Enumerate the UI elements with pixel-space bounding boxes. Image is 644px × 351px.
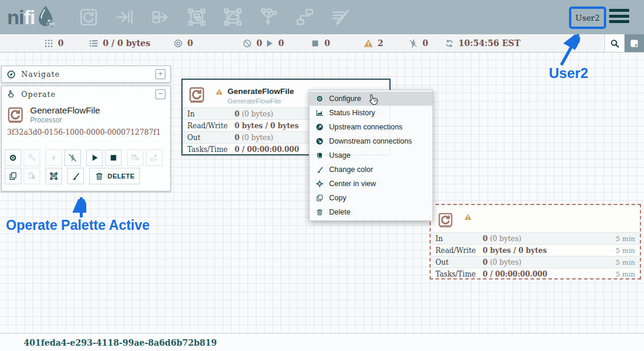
- menu-item-change-color[interactable]: Change color: [310, 162, 432, 177]
- logo-text-ni: ni: [7, 5, 24, 30]
- current-user-button[interactable]: User2: [569, 6, 606, 29]
- label-icon: [330, 6, 352, 28]
- menu-item-downstream-connections[interactable]: Downstream connections: [310, 134, 432, 148]
- label-component-button[interactable]: [330, 6, 352, 28]
- transmitting-icon: [173, 38, 183, 48]
- palette-brush-button[interactable]: [67, 168, 84, 184]
- process-group-icon: [186, 6, 207, 28]
- menu-item-label: Configure: [329, 95, 361, 103]
- status-item-stopped: 0: [310, 34, 330, 52]
- palette-group-button[interactable]: [45, 168, 62, 184]
- global-menu-icon[interactable]: [609, 9, 629, 23]
- processor-icon: [78, 6, 99, 28]
- delete-button-label: DELETE: [108, 173, 135, 180]
- book-icon: [316, 151, 324, 160]
- status-item-not-transmitting: 0: [242, 34, 262, 52]
- menu-item-label: Delete: [329, 208, 350, 216]
- stat-value: 0 (0 bytes): [483, 258, 604, 266]
- brush-icon: [71, 171, 80, 181]
- navigate-expand-button[interactable]: +: [155, 69, 165, 79]
- palette-key-button: [24, 150, 40, 166]
- menu-item-label: Usage: [329, 151, 350, 160]
- processor-type: GenerateFlowFile: [227, 98, 281, 105]
- operate-panel-title: Operate: [21, 90, 56, 99]
- nifi-application: nifi User2 00 / 0 bytes00002010:54:56 ES…: [0, 0, 644, 351]
- palette-copy-button[interactable]: [5, 168, 21, 184]
- status-value: 0: [278, 38, 284, 48]
- status-value: 0 / 0 bytes: [103, 38, 150, 48]
- menu-item-label: Copy: [329, 194, 346, 202]
- stat-window: 5 min: [604, 246, 640, 255]
- lightning-icon: [49, 153, 58, 162]
- menu-item-label: Downstream connections: [329, 137, 412, 145]
- status-value: 0: [58, 38, 64, 48]
- stop-icon: [109, 153, 118, 162]
- selected-component-type: Processor: [30, 116, 100, 124]
- operate-panel: Operate − GenerateFlowFile Processor 3f3…: [1, 86, 171, 191]
- status-value: 0: [422, 38, 428, 48]
- stat-label: In: [431, 235, 483, 243]
- chart-icon: [316, 109, 324, 117]
- status-bar: 00 / 0 bytes00002010:54:56 EST: [0, 34, 644, 53]
- selected-component-id: 3f32a3d0-0156-1000-0000-0000712787f1: [2, 128, 170, 136]
- status-item-queued: 0 / 0 bytes: [89, 34, 150, 52]
- breadcrumb[interactable]: 401feda4-e293-4118-99ae-8a6d6b72b819: [24, 338, 217, 347]
- status-value: 0: [187, 38, 193, 48]
- stat-label: Read/Write: [183, 122, 235, 130]
- processor-stamp-icon: [6, 106, 24, 124]
- copy-icon: [316, 194, 324, 202]
- status-value: 0: [256, 38, 262, 48]
- operate-collapse-button[interactable]: −: [155, 89, 165, 99]
- template-component-button[interactable]: [294, 6, 316, 28]
- input-port-icon: [114, 6, 135, 28]
- palette-gear-button[interactable]: [5, 150, 21, 166]
- remote-process-group-component-button[interactable]: [222, 6, 243, 28]
- process-group-component-button[interactable]: [186, 6, 207, 28]
- input-port-component-button[interactable]: [114, 6, 135, 28]
- palette-stop-button[interactable]: [105, 150, 122, 166]
- output-port-component-button[interactable]: [150, 6, 171, 28]
- center-icon: [316, 180, 324, 188]
- status-item-refresh: 10:54:56 EST: [444, 34, 521, 52]
- stat-value: 0 bytes / 0 bytes: [483, 246, 604, 255]
- gear-icon: [8, 153, 18, 162]
- stat-label: Out: [431, 258, 483, 266]
- menu-item-center-in-view[interactable]: Center in view: [310, 177, 432, 191]
- context-menu: ConfigureStatus HistoryUpstream connecti…: [309, 90, 433, 221]
- hand-icon: [6, 90, 16, 99]
- copy-icon: [8, 171, 18, 181]
- menu-item-upstream-connections[interactable]: Upstream connections: [310, 120, 432, 134]
- bulletin-board-button[interactable]: [625, 34, 644, 52]
- menu-item-label: Upstream connections: [329, 123, 402, 131]
- menu-item-label: Center in view: [329, 180, 376, 188]
- trash-icon: [95, 171, 104, 181]
- processor-component-button[interactable]: [78, 6, 99, 28]
- menu-item-usage[interactable]: Usage: [310, 148, 432, 162]
- stat-value: 0 (0 bytes): [483, 235, 604, 243]
- processor-ghost[interactable]: In0 (0 bytes)5 minRead/Write0 bytes / 0 …: [430, 204, 641, 280]
- operate-palette-annotation-arrow: [75, 191, 88, 219]
- status-value: 0: [324, 38, 330, 48]
- app-header: nifi User2: [0, 0, 644, 34]
- droplet-icon: [35, 4, 56, 30]
- status-item-invalid: 0: [408, 34, 428, 52]
- cursor-hand-icon: [366, 92, 382, 107]
- output-port-icon: [150, 6, 171, 28]
- menu-item-status-history[interactable]: Status History: [310, 106, 432, 120]
- palette-crossed-lightning-button[interactable]: [64, 150, 81, 166]
- menu-item-copy[interactable]: Copy: [310, 191, 432, 205]
- active-threads-icon: [44, 38, 54, 48]
- palette-delete-button[interactable]: DELETE: [89, 168, 140, 184]
- brush-icon: [316, 165, 324, 174]
- search-button[interactable]: [604, 34, 625, 52]
- palette-play-button[interactable]: [86, 150, 103, 166]
- queued-icon: [89, 38, 99, 48]
- stat-window: 5 min: [604, 235, 640, 243]
- status-value: 2: [378, 38, 383, 48]
- funnel-component-button[interactable]: [258, 6, 279, 28]
- paste-icon: [27, 171, 37, 181]
- menu-item-delete[interactable]: Delete: [310, 205, 432, 219]
- operate-palette-annotation: Operate Palette Active: [6, 217, 149, 233]
- compass-icon: [6, 70, 16, 79]
- stat-window: 5 min: [604, 270, 640, 278]
